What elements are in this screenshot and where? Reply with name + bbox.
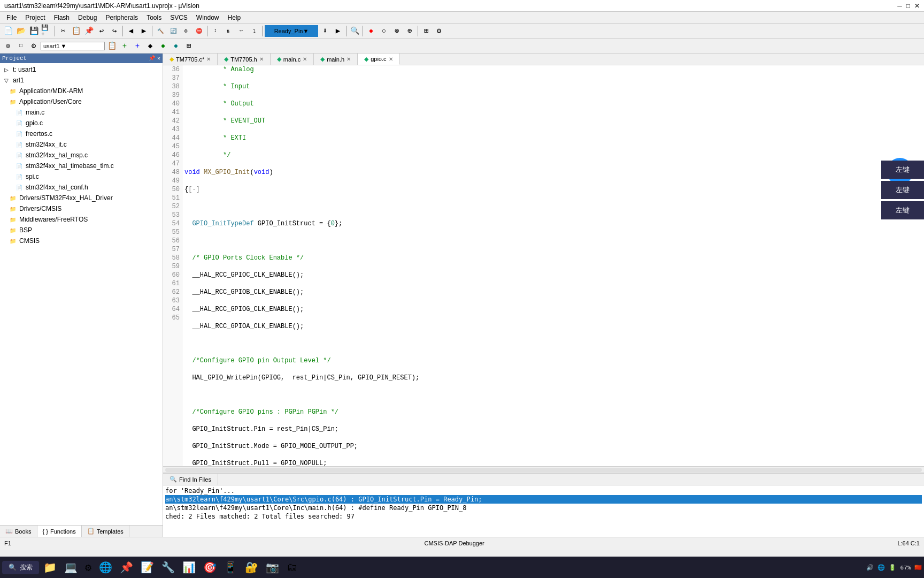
bp2-btn[interactable]: ○ — [378, 25, 390, 37]
search-btn[interactable]: 🔍 — [349, 25, 360, 37]
menu-help[interactable]: Help — [224, 13, 245, 22]
taskbar-app5[interactable]: 📌 — [117, 558, 136, 577]
tree-item-timebase-c[interactable]: 📄 stm32f4xx_hal_timebase_tim.c — [0, 161, 163, 171]
tree-item-main-c[interactable]: 📄 main.c — [0, 107, 163, 118]
taskbar-app3[interactable]: ⚙ — [82, 558, 95, 577]
menu-project[interactable]: Project — [21, 13, 49, 22]
new-file-btn[interactable]: 📄 — [2, 25, 14, 37]
target-options-btn[interactable]: ⚙ — [28, 40, 40, 52]
taskbar-app11[interactable]: 🔐 — [242, 558, 261, 577]
close-tab-icon[interactable]: ✕ — [259, 56, 264, 62]
panel-btn2[interactable]: □ — [15, 40, 27, 52]
dbg3-btn[interactable]: ↔ — [235, 25, 247, 37]
target-dropdown[interactable]: usart1 ▼ — [41, 42, 105, 50]
more-options-btn[interactable]: ⊞ — [183, 40, 195, 52]
batch-build-btn[interactable]: ⚙ — [180, 25, 192, 37]
horizontal-scrollbar[interactable] — [163, 466, 924, 473]
green-circle-btn[interactable]: ● — [157, 40, 169, 52]
redo-btn[interactable]: ↪ — [109, 25, 120, 37]
dbg4-btn[interactable]: ⤵ — [248, 25, 260, 37]
find-in-files-btn[interactable]: 🔍 Find In Files — [163, 474, 218, 485]
tree-item-user-core[interactable]: 📁 Application/User/Core — [0, 96, 163, 107]
side-btn-2[interactable]: 左键 — [881, 181, 924, 199]
code-content[interactable]: * Analog * Input * Output * EVENT_OUT * … — [182, 65, 924, 466]
rebuild-btn[interactable]: 🔄 — [167, 25, 179, 37]
close-panel-btn[interactable]: ⊠ — [2, 40, 14, 52]
tree-item-it-c[interactable]: 📄 stm32f4xx_it.c — [0, 139, 163, 150]
close-tab-icon[interactable]: ✕ — [206, 56, 211, 62]
taskbar-app6[interactable]: 📝 — [137, 558, 157, 577]
taskbar-app13[interactable]: 🗂 — [283, 558, 301, 577]
close-panel-icon[interactable]: ✕ — [157, 55, 160, 62]
bp-add-btn[interactable]: ● — [365, 25, 377, 37]
menu-tools[interactable]: Tools — [142, 13, 166, 22]
run-btn[interactable]: Ready_Pin ▼ — [265, 25, 318, 37]
tab-main-h[interactable]: ◆ main.h ✕ — [314, 54, 358, 65]
tab-books[interactable]: 📖 Books — [0, 526, 37, 537]
menu-flash[interactable]: Flash — [50, 13, 74, 22]
close-tab-icon[interactable]: ✕ — [389, 56, 393, 62]
tree-item-cmsis[interactable]: 📁 Drivers/CMSIS — [0, 203, 163, 214]
tree-item-spi-c[interactable]: 📄 spi.c — [0, 171, 163, 182]
manage-targets-btn[interactable]: 📋 — [106, 40, 118, 52]
taskbar-app8[interactable]: 📊 — [179, 558, 199, 577]
minimize-btn[interactable]: ─ — [897, 2, 902, 10]
tab-templates[interactable]: 📋 Templates — [82, 526, 129, 537]
tree-item-freertos-c[interactable]: 📄 freertos.c — [0, 128, 163, 139]
close-tab-icon[interactable]: ✕ — [303, 56, 307, 62]
dbg2-btn[interactable]: ⇅ — [222, 25, 234, 37]
load-btn[interactable]: ⬇ — [319, 25, 331, 37]
save-all-btn[interactable]: 💾+ — [41, 25, 52, 37]
back-btn[interactable]: ◀ — [125, 25, 137, 37]
menu-debug[interactable]: Debug — [74, 13, 101, 22]
forward-btn[interactable]: ▶ — [138, 25, 150, 37]
target-options2-btn[interactable]: ◆ — [144, 40, 156, 52]
tree-item-cmsis2[interactable]: 📁 CMSIS — [0, 235, 163, 246]
tree-item-mdk-arm[interactable]: 📁 Application/MDK-ARM — [0, 86, 163, 96]
fold-icon[interactable]: [-] — [188, 186, 200, 193]
tab-tm7705c[interactable]: ◆ TM7705.c* ✕ — [163, 54, 218, 65]
bp3-btn[interactable]: ⊗ — [391, 25, 403, 37]
tree-item-freertos[interactable]: 📁 Middlewares/FreeRTOS — [0, 214, 163, 225]
add-group-btn[interactable]: + — [119, 40, 130, 52]
tab-main-c[interactable]: ◆ main.c ✕ — [271, 54, 314, 65]
tab-gpio-c[interactable]: ◆ gpio.c ✕ — [358, 54, 399, 65]
build-target-btn[interactable]: 🔨 — [155, 25, 166, 37]
close-btn[interactable]: ✕ — [914, 2, 920, 10]
close-tab-icon[interactable]: ✕ — [346, 56, 351, 62]
cut-btn[interactable]: ✂ — [57, 25, 69, 37]
taskbar-app1[interactable]: 📁 — [40, 558, 60, 577]
tree-item-hal-driver[interactable]: 📁 Drivers/STM32F4xx_HAL_Driver — [0, 193, 163, 203]
start-debug-btn[interactable]: ▶ — [332, 25, 344, 37]
taskbar-app7[interactable]: 🔧 — [158, 558, 178, 577]
side-btn-3[interactable]: 左键 — [881, 201, 924, 219]
taskbar-search[interactable]: 🔍 搜索 — [2, 561, 39, 574]
tab-tm7705h[interactable]: ◆ TM7705.h ✕ — [218, 54, 271, 65]
tab-functions[interactable]: { } Functions — [37, 526, 82, 537]
menu-peripherals[interactable]: Peripherals — [101, 13, 142, 22]
output-line2[interactable]: an\stm32learn\f429my\usart1\Core\Src\gpi… — [165, 495, 922, 504]
layout-btn[interactable]: ⊞ — [420, 25, 432, 37]
menu-file[interactable]: File — [2, 13, 21, 22]
pin-icon[interactable]: 📌 — [149, 55, 155, 62]
tree-item-msp-c[interactable]: 📄 stm32f4xx_hal_msp.c — [0, 150, 163, 161]
maximize-btn[interactable]: □ — [906, 2, 910, 10]
taskbar-app10[interactable]: 📱 — [221, 558, 241, 577]
taskbar-app4[interactable]: 🌐 — [96, 558, 116, 577]
paste-btn[interactable]: 📌 — [83, 25, 95, 37]
tree-item-hal-conf-h[interactable]: 📄 stm32f4xx_hal_conf.h — [0, 182, 163, 193]
save-btn[interactable]: 💾 — [28, 25, 40, 37]
run-dropdown-arrow[interactable]: ▼ — [303, 28, 309, 34]
teal-circle-btn[interactable]: ● — [170, 40, 182, 52]
bp4-btn[interactable]: ⊕ — [404, 25, 415, 37]
tree-item-usart1[interactable]: ▷ t: usart1 — [0, 64, 163, 75]
taskbar-app2[interactable]: 💻 — [61, 558, 81, 577]
menu-window[interactable]: Window — [192, 13, 224, 22]
side-btn-1[interactable]: 左键 — [881, 161, 924, 179]
taskbar-app12[interactable]: 📷 — [263, 558, 282, 577]
add-existing-btn[interactable]: + — [132, 40, 143, 52]
copy-btn[interactable]: 📋 — [70, 25, 82, 37]
code-area[interactable]: 3637383940 4142434445 4647484950 5152535… — [163, 65, 924, 466]
settings-btn[interactable]: ⚙ — [433, 25, 445, 37]
dbg1-btn[interactable]: ↕ — [210, 25, 221, 37]
